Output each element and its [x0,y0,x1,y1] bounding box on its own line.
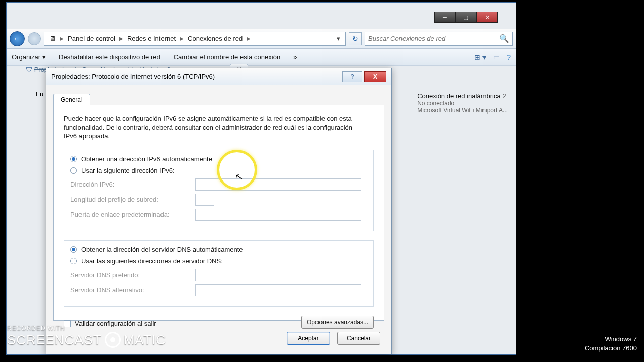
prefix-length-input[interactable] [195,194,214,206]
ipv6-properties-dialog: Propiedades: Protocolo de Internet versi… [46,68,392,354]
close-button[interactable]: ✕ [476,12,498,23]
parent-tab-label: Fu [36,90,43,98]
dns-preferred-label: Servidor DNS preferido: [70,271,195,279]
maximize-button[interactable]: ▢ [455,12,476,23]
ip-address-group: Obtener una dirección IPv6 automáticamen… [64,150,374,231]
validate-checkbox-row[interactable]: Validar configuración al salir [64,320,156,327]
prefix-length-label: Longitud del prefijo de subred: [70,196,195,203]
breadcrumb-segment[interactable]: Redes e Internet [124,35,179,42]
connection-list-item[interactable]: Conexión de red inalámbrica 2 No conecta… [417,92,508,114]
help-icon[interactable]: ? [507,53,511,61]
dialog-titlebar: Propiedades: Protocolo de Internet versi… [46,68,391,85]
organize-menu[interactable]: Organizar ▾ [12,53,46,61]
breadcrumb-segment[interactable]: Panel de control [65,35,118,42]
radio-icon [70,167,77,174]
connection-device: Microsoft Virtual WiFi Miniport A... [417,107,508,114]
connection-name: Conexión de red inalámbrica 2 [417,92,508,100]
advanced-options-button[interactable]: Opciones avanzadas... [301,316,374,329]
checkbox-icon [64,320,71,327]
radio-auto-ip[interactable]: Obtener una dirección IPv6 automáticamen… [70,155,367,163]
forward-button[interactable] [28,32,41,45]
breadcrumb-icon: 🖥 [46,35,59,42]
refresh-button[interactable]: ↻ [349,32,362,45]
radio-icon [70,258,77,264]
disable-device-button[interactable]: Deshabilitar este dispositivo de red [59,53,160,61]
dialog-description: Puede hacer que la configuración IPv6 se… [64,114,366,141]
ipv6-address-label: Dirección IPv6: [70,180,195,188]
breadcrumb-segment[interactable]: Conexiones de red [185,35,246,42]
dns-preferred-input[interactable] [195,269,361,281]
toolbar: Organizar ▾ Deshabilitar este dispositiv… [7,49,516,66]
radio-icon [70,246,77,253]
dialog-tabs: General [53,94,90,105]
connection-status: No conectado [417,100,508,107]
dialog-help-button[interactable]: ? [342,71,362,82]
breadcrumb[interactable]: 🖥 ▶ Panel de control ▶ Redes e Internet … [44,32,346,46]
explorer-window: ─ ▢ ✕ ← 🖥 ▶ Panel de control ▶ Redes e I… [6,2,516,355]
chevron-right-icon: ▶ [59,36,65,41]
window-controls: ─ ▢ ✕ [434,12,498,23]
radio-manual-dns[interactable]: Usar las siguientes direcciones de servi… [70,257,367,265]
cancel-button[interactable]: Cancelar [337,332,380,345]
dns-alternate-input[interactable] [195,284,361,296]
chevron-right-icon: ▶ [118,36,124,41]
preview-pane-icon[interactable]: ▭ [493,53,500,61]
minimize-button[interactable]: ─ [434,12,455,23]
rename-connection-button[interactable]: Cambiar el nombre de esta conexión [174,53,280,61]
gateway-label: Puerta de enlace predeterminada: [70,211,195,218]
back-button[interactable]: ← [10,31,25,46]
address-bar: ← 🖥 ▶ Panel de control ▶ Redes e Interne… [7,29,516,49]
breadcrumb-dropdown[interactable]: ▾ [334,35,343,42]
search-input[interactable] [368,35,499,42]
windows-build-info: Windows 7 Compilación 7600 [585,335,637,353]
tab-general[interactable]: General [53,94,90,105]
chevron-right-icon: ▶ [179,36,185,41]
toolbar-overflow[interactable]: » [293,53,297,61]
ipv6-address-input[interactable] [195,178,361,191]
accept-button[interactable]: Aceptar [287,332,330,345]
dns-alternate-label: Servidor DNS alternativo: [70,286,195,294]
gateway-input[interactable] [195,209,361,221]
chevron-right-icon: ▶ [246,36,252,41]
search-icon[interactable]: 🔍 [499,34,509,43]
dialog-title: Propiedades: Protocolo de Internet versi… [51,73,342,80]
radio-auto-dns[interactable]: Obtener la dirección del servidor DNS au… [70,246,367,253]
dialog-buttons: Aceptar Cancelar [287,332,380,345]
dns-group: Obtener la dirección del servidor DNS au… [64,240,374,307]
radio-icon [70,156,77,162]
view-options-icon[interactable]: ⊞ ▾ [474,53,486,61]
search-box[interactable]: 🔍 [365,32,513,46]
radio-manual-ip[interactable]: Usar la siguiente dirección IPv6: [70,167,367,174]
dialog-close-button[interactable]: X [364,71,386,82]
dialog-panel: Puede hacer que la configuración IPv6 se… [53,105,384,321]
